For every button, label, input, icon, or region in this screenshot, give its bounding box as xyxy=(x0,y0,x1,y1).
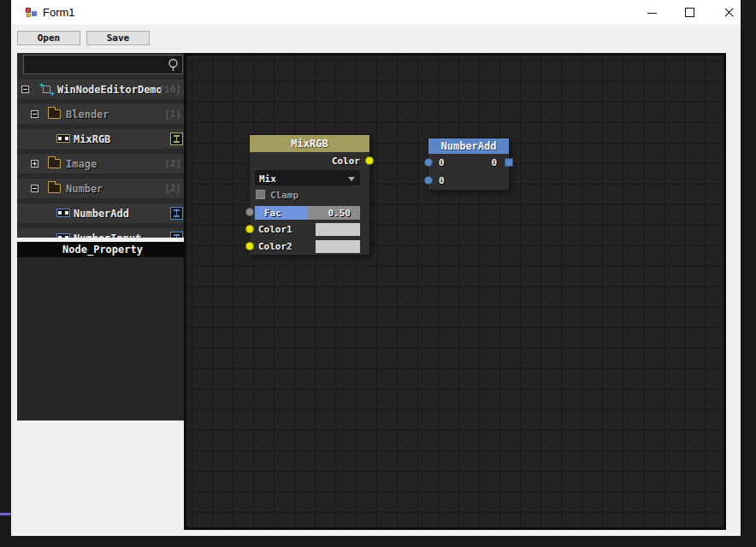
tree-item-count: [2] xyxy=(164,158,181,169)
color-output-row: Color xyxy=(250,152,369,169)
node-property-panel: Node_Property xyxy=(17,242,188,421)
mixrgb-node-header[interactable]: MixRGB xyxy=(250,135,369,152)
node-editor-canvas[interactable]: MixRGB Color Mix Clamp xyxy=(184,53,726,530)
numberadd-node[interactable]: NumberAdd 0 0 0 xyxy=(428,138,509,190)
numberadd-node-body: 0 0 0 xyxy=(428,154,509,190)
number-output-socket[interactable] xyxy=(505,158,513,167)
tree-item-image[interactable]: Image [2] xyxy=(17,151,188,176)
save-button[interactable]: Save xyxy=(86,31,150,45)
fac-label: Fac xyxy=(264,208,281,219)
collapse-toggle-icon[interactable] xyxy=(31,110,38,118)
color2-swatch[interactable] xyxy=(316,240,360,253)
maximize-button[interactable] xyxy=(675,0,704,25)
number-input1-socket[interactable] xyxy=(424,158,433,167)
instance-badge-icon[interactable] xyxy=(170,132,183,145)
tree-item-winnodeeditordemo[interactable]: ++ WinNodeEditorDemo [10] xyxy=(17,77,188,102)
number-input2-socket[interactable] xyxy=(424,176,433,185)
tree-item-blender[interactable]: Blender [1] xyxy=(17,102,188,126)
color-output-socket[interactable] xyxy=(365,156,374,165)
tree-item-mixrgb[interactable]: MixRGB xyxy=(17,126,188,151)
color2-input-socket[interactable] xyxy=(245,242,254,250)
node-tree-panel: ++ WinNodeEditorDemo [10] Blender [1] Mi… xyxy=(17,53,188,238)
number-output-value: 0 xyxy=(491,157,497,168)
search-input[interactable] xyxy=(26,57,164,72)
search-box[interactable] xyxy=(23,55,183,74)
tree-item-label: NumberInput xyxy=(74,232,141,238)
chevron-down-icon xyxy=(348,177,355,181)
numberadd-row2: 0 xyxy=(428,172,509,190)
node-icon xyxy=(56,233,70,238)
blend-mode-value: Mix xyxy=(259,174,276,185)
property-panel-title: Node_Property xyxy=(17,242,188,257)
winforms-app-icon xyxy=(26,7,38,19)
folder-icon xyxy=(48,159,61,168)
tree-item-numberadd[interactable]: NumberAdd xyxy=(17,201,188,226)
instance-badge-icon[interactable] xyxy=(170,232,183,238)
clamp-row: Clamp xyxy=(250,186,369,203)
titlebar[interactable]: Form1 xyxy=(11,0,741,26)
color1-label: Color1 xyxy=(258,224,292,235)
fac-value: 0.50 xyxy=(328,208,351,219)
blend-mode-row: Mix xyxy=(250,169,369,186)
number-input2-value: 0 xyxy=(439,175,445,186)
minimize-button[interactable] xyxy=(637,0,666,25)
color2-row: Color2 xyxy=(250,238,369,255)
color1-swatch[interactable] xyxy=(316,223,360,236)
close-button[interactable] xyxy=(714,0,743,25)
minimize-icon xyxy=(647,13,657,14)
color1-input-socket[interactable] xyxy=(245,225,254,233)
tree-item-count: [10] xyxy=(159,84,182,95)
tree-item-count: [2] xyxy=(164,183,181,194)
tree-item-label: Number xyxy=(66,183,103,195)
folder-icon xyxy=(48,109,61,119)
numberadd-node-header[interactable]: NumberAdd xyxy=(428,138,509,154)
maximize-icon xyxy=(685,8,694,17)
fac-input-socket[interactable] xyxy=(245,208,254,216)
tree-item-number[interactable]: Number [2] xyxy=(17,176,188,201)
color1-row: Color1 xyxy=(250,221,369,238)
numberadd-row1: 0 0 xyxy=(428,154,509,172)
node-editor-icon: ++ xyxy=(41,84,52,95)
collapse-toggle-icon[interactable] xyxy=(31,185,38,192)
number-input1-value: 0 xyxy=(439,157,445,168)
expand-toggle-icon[interactable] xyxy=(31,160,38,168)
instance-badge-icon[interactable] xyxy=(170,207,183,220)
search-icon xyxy=(168,58,179,73)
fac-row: Fac 0.50 xyxy=(250,203,369,221)
node-icon xyxy=(56,134,70,143)
color2-label: Color2 xyxy=(258,241,292,252)
tree-item-numberinput[interactable]: NumberInput xyxy=(17,226,188,238)
open-button[interactable]: Open xyxy=(17,31,80,45)
blend-mode-dropdown[interactable]: Mix xyxy=(255,170,360,185)
tree-item-label: NumberAdd xyxy=(74,208,129,220)
collapse-toggle-icon[interactable] xyxy=(21,85,29,93)
folder-icon xyxy=(48,184,61,193)
tree-item-label: Image xyxy=(66,158,97,170)
tree-item-label: MixRGB xyxy=(74,133,110,145)
clamp-label: Clamp xyxy=(270,190,298,201)
window-title: Form1 xyxy=(43,6,75,19)
fac-slider[interactable]: Fac 0.50 xyxy=(255,206,360,220)
color-output-label: Color xyxy=(332,156,360,167)
mixrgb-node[interactable]: MixRGB Color Mix Clamp xyxy=(250,135,369,255)
tree-item-count: [1] xyxy=(164,109,181,120)
tree-item-label: Blender xyxy=(66,109,109,121)
mixrgb-node-body: Color Mix Clamp Fac 0.50 xyxy=(250,152,369,255)
desktop: Form1 Open Save xyxy=(0,0,756,547)
node-icon xyxy=(56,209,70,217)
clamp-checkbox[interactable] xyxy=(256,190,265,199)
tree-item-label: WinNodeEditorDemo xyxy=(57,84,162,96)
